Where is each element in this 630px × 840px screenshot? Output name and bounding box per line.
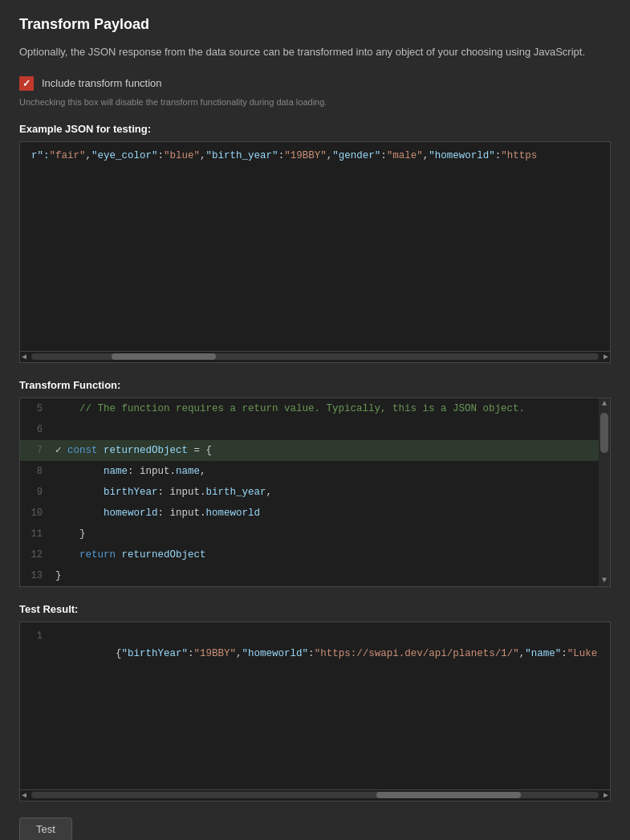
code-line-10: 10 homeworld: input.homeworld xyxy=(20,503,599,524)
test-result-code: 1 {"birthYear":"19BBY","homeworld":"http… xyxy=(20,622,610,685)
scroll-up-arrow[interactable]: ▲ xyxy=(599,398,610,410)
line-number-7: 7 xyxy=(20,440,49,461)
line-number-5: 5 xyxy=(20,398,49,419)
result-scroll-right-arrow[interactable]: ▶ xyxy=(602,790,610,800)
test-result-line-number-1: 1 xyxy=(20,626,49,682)
json-example-label: Example JSON for testing: xyxy=(19,123,611,135)
result-h-scroll-track[interactable] xyxy=(31,792,599,798)
scroll-right-arrow[interactable]: ▶ xyxy=(602,352,610,361)
code-line-7: 7 ✓ const returnedObject = { xyxy=(20,440,599,461)
transform-vertical-scrollbar[interactable]: ▲ ▼ xyxy=(599,398,610,586)
test-button[interactable]: Test xyxy=(19,818,72,841)
include-transform-checkbox[interactable] xyxy=(19,76,34,91)
line-number-13: 13 xyxy=(20,565,49,586)
line-number-12: 12 xyxy=(20,544,49,565)
json-horizontal-scrollbar[interactable]: ◀ ▶ xyxy=(20,351,610,362)
scroll-down-arrow[interactable]: ▼ xyxy=(599,575,610,586)
json-line: r": xyxy=(31,150,50,161)
line-number-6: 6 xyxy=(20,419,49,440)
line-number-10: 10 xyxy=(20,503,49,524)
scroll-v-thumb[interactable] xyxy=(600,413,608,453)
line-content-13: } xyxy=(49,565,599,586)
line-content-7: ✓ const returnedObject = { xyxy=(49,440,599,461)
page-title: Transform Payload xyxy=(19,16,611,33)
test-result-block: 1 {"birthYear":"19BBY","homeworld":"http… xyxy=(19,622,611,801)
h-scroll-thumb[interactable] xyxy=(112,353,216,360)
code-line-12: 12 return returnedObject xyxy=(20,544,599,565)
h-scroll-track[interactable] xyxy=(31,353,599,360)
line-content-12: return returnedObject xyxy=(49,544,599,565)
test-result-line-1: 1 {"birthYear":"19BBY","homeworld":"http… xyxy=(20,626,610,682)
line-content-5: // The function requires a return value.… xyxy=(49,398,599,419)
json-example-block: r":"fair","eye_color":"blue","birth_year… xyxy=(19,141,611,363)
transform-function-label: Transform Function: xyxy=(19,379,611,391)
code-line-9: 9 birthYear: input.birth_year, xyxy=(20,482,599,503)
page-description: Optionally, the JSON response from the d… xyxy=(19,44,611,60)
code-line-5: 5 // The function requires a return valu… xyxy=(20,398,599,419)
result-scroll-left-arrow[interactable]: ◀ xyxy=(20,790,28,800)
result-h-scroll-thumb[interactable] xyxy=(376,792,521,798)
line-number-11: 11 xyxy=(20,524,49,544)
line-content-10: homeworld: input.homeworld xyxy=(49,503,599,524)
code-line-13: 13 } xyxy=(20,565,599,586)
code-line-11: 11 } xyxy=(20,524,599,544)
checkbox-hint: Unchecking this box will disable the tra… xyxy=(19,97,611,107)
transform-function-editor[interactable]: 5 // The function requires a return valu… xyxy=(19,398,611,587)
json-example-code[interactable]: r":"fair","eye_color":"blue","birth_year… xyxy=(20,142,610,271)
line-number-8: 8 xyxy=(20,461,49,482)
scroll-left-arrow[interactable]: ◀ xyxy=(20,352,28,361)
line-content-9: birthYear: input.birth_year, xyxy=(49,482,599,503)
test-result-content-1: {"birthYear":"19BBY","homeworld":"https:… xyxy=(49,626,610,682)
test-result-label: Test Result: xyxy=(19,603,611,615)
checkbox-label: Include transform function xyxy=(42,77,162,89)
code-line-6: 6 xyxy=(20,419,599,440)
result-horizontal-scrollbar[interactable]: ◀ ▶ xyxy=(20,789,610,801)
line-number-9: 9 xyxy=(20,482,49,503)
line-content-8: name: input.name, xyxy=(49,461,599,482)
line-content-6 xyxy=(49,419,599,440)
code-line-8: 8 name: input.name, xyxy=(20,461,599,482)
line-content-11: } xyxy=(49,524,599,544)
